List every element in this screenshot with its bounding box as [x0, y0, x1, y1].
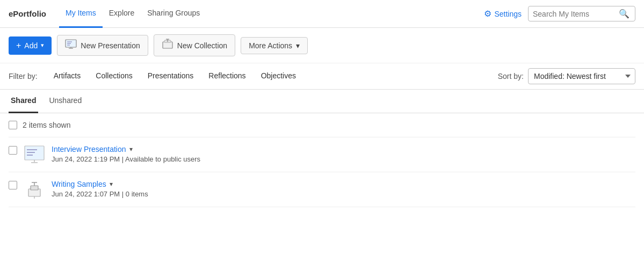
more-actions-chevron-icon: ▾: [296, 41, 300, 50]
select-all-checkbox[interactable]: [9, 121, 17, 129]
filter-artifacts[interactable]: Artifacts: [46, 63, 89, 89]
item-title-2[interactable]: Writing Samples: [52, 180, 106, 188]
item-thumb-presentation: [24, 145, 45, 164]
item-title-row-2: Writing Samples ▾: [52, 180, 635, 188]
new-collection-button[interactable]: New Collection: [154, 34, 235, 56]
item-expand-icon-2[interactable]: ▾: [110, 180, 113, 188]
filter-items: Artifacts Collections Presentations Refl…: [46, 63, 303, 89]
items-count: 2 items shown: [23, 121, 70, 129]
filter-sort-row: Filter by: Artifacts Collections Present…: [0, 63, 644, 90]
shared-tabs: Shared Unshared: [0, 90, 644, 113]
new-presentation-button[interactable]: New Presentation: [57, 35, 148, 56]
nav-link-my-items[interactable]: My Items: [59, 0, 103, 28]
list-item: Interview Presentation ▾ Jun 24, 2022 1:…: [9, 137, 635, 172]
plus-icon: +: [16, 41, 21, 50]
item-checkbox-2[interactable]: [9, 181, 17, 189]
svg-rect-6: [163, 42, 172, 48]
item-title-1[interactable]: Interview Presentation: [52, 145, 126, 153]
toolbar: + Add ▾ New Presentation New Colle: [0, 28, 644, 63]
item-expand-icon-1[interactable]: ▾: [129, 145, 133, 153]
sort-select[interactable]: Modified: Newest first Modified: Oldest …: [528, 68, 635, 84]
item-meta-2: Jun 24, 2022 1:07 PM | 0 items: [52, 190, 635, 198]
filter-label: Filter by:: [9, 72, 38, 81]
search-input[interactable]: [533, 10, 619, 18]
svg-rect-10: [25, 146, 44, 160]
tab-shared[interactable]: Shared: [9, 90, 38, 113]
collection-icon: [162, 39, 173, 52]
item-body-1: Interview Presentation ▾ Jun 24, 2022 1:…: [52, 145, 635, 163]
svg-rect-17: [31, 186, 38, 190]
nav-bar: ePortfolio My Items Explore Sharing Grou…: [0, 0, 644, 28]
add-button[interactable]: + Add ▾: [9, 36, 52, 55]
settings-link[interactable]: ⚙ Settings: [484, 9, 522, 19]
search-box: 🔍: [528, 6, 635, 21]
item-checkbox-1[interactable]: [9, 146, 17, 155]
nav-logo[interactable]: ePortfolio: [9, 9, 46, 18]
nav-link-explore[interactable]: Explore: [103, 0, 141, 28]
filter-collections[interactable]: Collections: [88, 63, 140, 89]
filter-presentations[interactable]: Presentations: [140, 63, 201, 89]
new-presentation-label: New Presentation: [81, 41, 140, 50]
item-meta-1: Jun 24, 2022 1:19 PM | Available to publ…: [52, 155, 635, 163]
nav-items: My Items Explore Sharing Groups: [59, 0, 484, 28]
items-count-row: 2 items shown: [9, 113, 635, 137]
item-thumb-collection: [24, 180, 45, 199]
list-item: Writing Samples ▾ Jun 24, 2022 1:07 PM |…: [9, 172, 635, 207]
nav-right: ⚙ Settings 🔍: [484, 6, 635, 21]
settings-label: Settings: [494, 10, 522, 18]
more-actions-label: More Actions: [249, 41, 292, 50]
more-actions-button[interactable]: More Actions ▾: [241, 37, 308, 54]
filter-reflections[interactable]: Reflections: [201, 63, 253, 89]
filter-objectives[interactable]: Objectives: [254, 63, 303, 89]
item-body-2: Writing Samples ▾ Jun 24, 2022 1:07 PM |…: [52, 180, 635, 198]
tab-unshared[interactable]: Unshared: [47, 90, 84, 113]
presentation-icon: [65, 39, 77, 52]
gear-icon: ⚙: [484, 9, 491, 19]
items-area: 2 items shown Interview Presentation ▾ J…: [0, 113, 644, 207]
chevron-down-icon: ▾: [41, 42, 44, 49]
add-label: Add: [24, 41, 38, 50]
sort-area: Sort by: Modified: Newest first Modified…: [498, 68, 644, 84]
search-icon[interactable]: 🔍: [619, 9, 629, 19]
item-title-row-1: Interview Presentation ▾: [52, 145, 635, 153]
nav-link-sharing-groups[interactable]: Sharing Groups: [141, 0, 206, 28]
new-collection-label: New Collection: [177, 41, 227, 50]
filter-bar: Filter by: Artifacts Collections Present…: [0, 63, 498, 89]
sort-label: Sort by:: [498, 72, 524, 81]
